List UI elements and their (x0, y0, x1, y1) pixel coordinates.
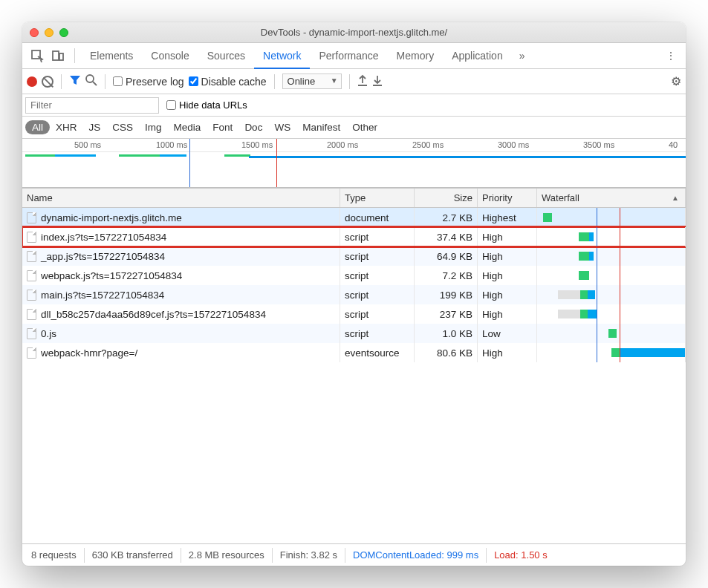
table-row[interactable]: dynamic-import-nextjs.glitch.medocument2… (22, 208, 686, 227)
preserve-log-checkbox[interactable]: Preserve log (113, 76, 184, 88)
request-size: 64.9 KB (415, 246, 478, 266)
filter-input[interactable] (25, 97, 159, 114)
table-row[interactable]: webpack-hmr?page=/eventsource80.6 KBHigh (22, 343, 686, 362)
file-icon (27, 212, 36, 223)
type-ws[interactable]: WS (268, 120, 296, 134)
type-other[interactable]: Other (346, 120, 383, 134)
request-size: 2.7 KB (415, 208, 478, 227)
file-icon (27, 251, 36, 262)
request-type: document (340, 208, 415, 227)
settings-icon[interactable]: ⚙ (671, 74, 681, 88)
request-name: dynamic-import-nextjs.glitch.me (41, 212, 182, 223)
request-waterfall (537, 266, 686, 285)
request-waterfall (537, 208, 686, 227)
request-name: index.js?ts=1572271054834 (41, 232, 166, 243)
request-type: script (340, 304, 415, 324)
col-header-priority[interactable]: Priority (478, 189, 537, 207)
file-icon (27, 232, 36, 243)
table-row[interactable]: webpack.js?ts=1572271054834script7.2 KBH… (22, 266, 686, 285)
request-type-bar: All XHR JS CSS Img Media Font Doc WS Man… (22, 117, 686, 139)
type-css[interactable]: CSS (106, 120, 139, 134)
throttling-select[interactable]: Online (282, 74, 342, 89)
tab-performance[interactable]: Performance (310, 43, 387, 69)
request-type: script (340, 285, 415, 304)
request-name: main.js?ts=1572271054834 (41, 290, 164, 301)
file-icon (27, 290, 36, 301)
type-font[interactable]: Font (207, 120, 238, 134)
svg-rect-2 (59, 53, 63, 60)
request-priority: High (478, 285, 537, 304)
request-size: 199 KB (415, 285, 478, 304)
footer-finish: Finish: 3.82 s (273, 548, 345, 563)
main-tabs: Elements Console Sources Network Perform… (22, 43, 686, 69)
request-waterfall (537, 246, 686, 266)
request-waterfall (537, 285, 686, 304)
col-header-name[interactable]: Name (22, 189, 340, 207)
request-size: 80.6 KB (415, 343, 478, 362)
table-header: Name Type Size Priority Waterfall▲ (22, 188, 686, 208)
col-header-waterfall[interactable]: Waterfall▲ (537, 189, 686, 207)
tab-application[interactable]: Application (443, 43, 512, 69)
device-toolbar-icon[interactable] (49, 47, 67, 65)
svg-point-3 (86, 75, 94, 82)
request-size: 37.4 KB (415, 227, 478, 246)
type-xhr[interactable]: XHR (50, 120, 83, 134)
table-row[interactable]: _app.js?ts=1572271054834script64.9 KBHig… (22, 246, 686, 266)
timeline-overview[interactable]: 500 ms 1000 ms 1500 ms 2000 ms 2500 ms 3… (22, 139, 686, 188)
tab-elements[interactable]: Elements (81, 43, 142, 69)
clear-button[interactable] (42, 76, 53, 88)
type-img[interactable]: Img (139, 120, 168, 134)
table-row[interactable]: index.js?ts=1572271054834script37.4 KBHi… (22, 227, 686, 246)
request-waterfall (537, 343, 686, 362)
type-manifest[interactable]: Manifest (296, 120, 346, 134)
timeline-ticks: 500 ms 1000 ms 1500 ms 2000 ms 2500 ms 3… (22, 139, 686, 152)
devtools-window: DevTools - dynamic-import-nextjs.glitch.… (22, 22, 686, 566)
request-priority: High (478, 343, 537, 362)
network-toolbar: Preserve log Disable cache Online ⚙ (22, 69, 686, 94)
request-name: webpack-hmr?page=/ (41, 347, 137, 359)
request-priority: High (478, 266, 537, 285)
request-type: eventsource (340, 343, 415, 362)
inspect-icon[interactable] (28, 47, 46, 65)
file-icon (27, 347, 36, 359)
filter-icon[interactable] (69, 74, 81, 89)
request-type: script (340, 266, 415, 285)
request-type: script (340, 246, 415, 266)
type-js[interactable]: JS (83, 120, 107, 134)
request-type: script (340, 324, 415, 343)
file-icon (27, 270, 36, 281)
table-row[interactable]: 0.jsscript1.0 KBLow (22, 324, 686, 343)
footer-transferred: 630 KB transferred (85, 548, 181, 563)
request-name: webpack.js?ts=1572271054834 (41, 270, 182, 281)
file-icon (27, 309, 36, 320)
col-header-type[interactable]: Type (340, 189, 415, 207)
request-name: 0.js (41, 328, 56, 339)
overflow-menu-icon[interactable]: ⋮ (662, 47, 680, 65)
file-icon (27, 328, 36, 339)
table-row[interactable]: dll_b58c257da4aa56d89cef.js?ts=157227105… (22, 304, 686, 324)
request-priority: High (478, 304, 537, 324)
tab-sources[interactable]: Sources (198, 43, 254, 69)
request-priority: High (478, 246, 537, 266)
request-size: 7.2 KB (415, 266, 478, 285)
request-priority: Low (478, 324, 537, 343)
table-row[interactable]: main.js?ts=1572271054834script199 KBHigh (22, 285, 686, 304)
more-tabs-icon[interactable]: » (513, 47, 531, 65)
record-button[interactable] (27, 76, 37, 87)
col-header-size[interactable]: Size (415, 189, 478, 207)
disable-cache-checkbox[interactable]: Disable cache (189, 76, 267, 88)
tab-console[interactable]: Console (142, 43, 198, 69)
tab-memory[interactable]: Memory (388, 43, 444, 69)
download-har-icon[interactable] (372, 74, 383, 88)
request-table: dynamic-import-nextjs.glitch.medocument2… (22, 208, 686, 362)
type-media[interactable]: Media (168, 120, 207, 134)
upload-har-icon[interactable] (357, 74, 368, 88)
search-icon[interactable] (85, 74, 97, 88)
type-doc[interactable]: Doc (238, 120, 268, 134)
type-all[interactable]: All (25, 120, 50, 134)
footer-requests: 8 requests (24, 548, 85, 563)
hide-data-urls-checkbox[interactable]: Hide data URLs (166, 99, 247, 111)
request-waterfall (537, 304, 686, 324)
tab-network[interactable]: Network (254, 43, 310, 69)
window-title: DevTools - dynamic-import-nextjs.glitch.… (22, 27, 686, 38)
